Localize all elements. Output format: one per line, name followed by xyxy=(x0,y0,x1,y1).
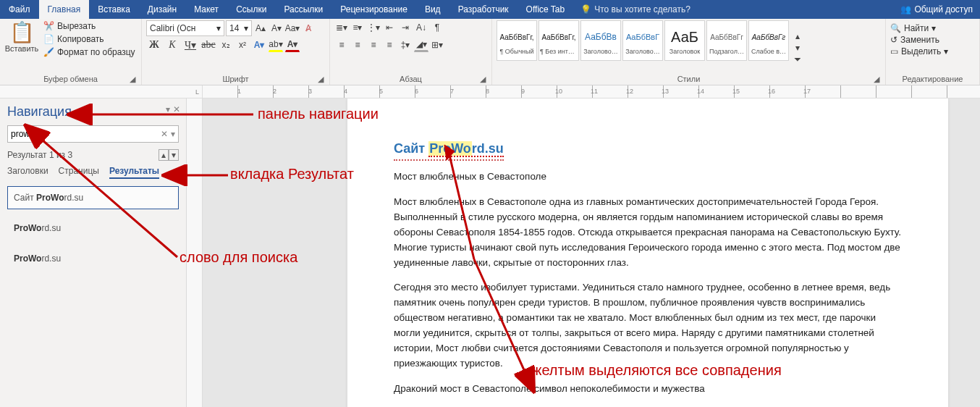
annotation-search-word: слово для поиска xyxy=(179,249,297,266)
annotation-yellow-highlight: желтым выделяются все совпадения xyxy=(532,362,782,379)
svg-line-5 xyxy=(474,259,525,372)
annotation-results-tab: вкладка Результат xyxy=(230,166,354,182)
svg-line-3 xyxy=(42,140,177,257)
svg-line-4 xyxy=(449,152,474,259)
annotation-nav-panel: панель навигации xyxy=(258,106,379,122)
